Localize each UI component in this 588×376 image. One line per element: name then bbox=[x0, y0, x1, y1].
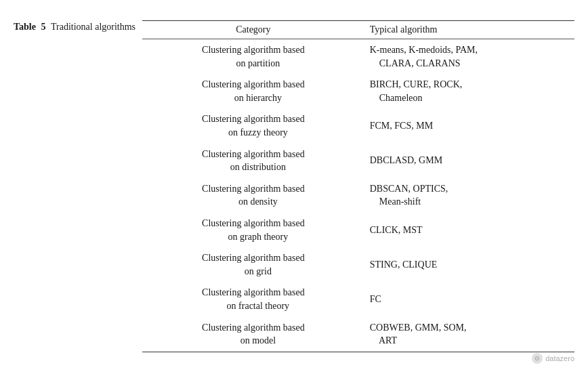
watermark-icon: ⊙ bbox=[532, 353, 543, 364]
algorithm-cell-4: DBSCAN, OPTICS, Mean-shift bbox=[367, 178, 574, 213]
table-row: Clustering algorithm based on fuzzy theo… bbox=[142, 108, 574, 143]
table-row: Clustering algorithm based on densityDBS… bbox=[142, 178, 574, 213]
table-label: Table 5 Traditional algorithms bbox=[14, 20, 142, 33]
algorithm-cell-1: BIRCH, CURE, ROCK, Chameleon bbox=[367, 74, 574, 108]
table-header-row: Category Typical algorithm bbox=[142, 21, 574, 39]
table-row: Clustering algorithm based on modelCOBWE… bbox=[142, 317, 574, 352]
watermark-text: datazero bbox=[545, 354, 574, 362]
algorithm-cell-0: K-means, K-medoids, PAM, CLARA, CLARANS bbox=[367, 39, 574, 75]
algorithm-cell-6: STING, CLIQUE bbox=[367, 247, 574, 282]
algorithm-cell-8: COBWEB, GMM, SOM, ART bbox=[367, 317, 574, 352]
category-cell-0: Clustering algorithm based on partition bbox=[142, 39, 367, 75]
table-number: Table bbox=[14, 22, 36, 32]
category-cell-5: Clustering algorithm based on graph theo… bbox=[142, 213, 367, 247]
main-table: Category Typical algorithm Clustering al… bbox=[142, 20, 574, 352]
table-row: Clustering algorithm based on distributi… bbox=[142, 144, 574, 178]
table-row: Clustering algorithm based on gridSTING,… bbox=[142, 247, 574, 282]
category-cell-2: Clustering algorithm based on fuzzy theo… bbox=[142, 108, 367, 143]
header-algorithm: Typical algorithm bbox=[367, 21, 574, 39]
category-cell-8: Clustering algorithm based on model bbox=[142, 317, 367, 352]
category-cell-1: Clustering algorithm based on hierarchy bbox=[142, 74, 367, 108]
table-row: Clustering algorithm based on partitionK… bbox=[142, 39, 574, 75]
header-category: Category bbox=[142, 21, 367, 39]
algorithm-cell-3: DBCLASD, GMM bbox=[367, 144, 574, 178]
table-row: Clustering algorithm based on hierarchyB… bbox=[142, 74, 574, 108]
page-container: Table 5 Traditional algorithms Category … bbox=[14, 20, 574, 352]
table-number-value: 5 bbox=[41, 22, 45, 32]
watermark: ⊙ datazero bbox=[532, 353, 574, 364]
algorithm-cell-7: FC bbox=[367, 282, 574, 316]
table-row: Clustering algorithm based on graph theo… bbox=[142, 213, 574, 247]
category-cell-4: Clustering algorithm based on density bbox=[142, 178, 367, 213]
algorithm-cell-2: FCM, FCS, MM bbox=[367, 108, 574, 143]
category-cell-3: Clustering algorithm based on distributi… bbox=[142, 144, 367, 178]
category-cell-6: Clustering algorithm based on grid bbox=[142, 247, 367, 282]
algorithm-cell-5: CLICK, MST bbox=[367, 213, 574, 247]
category-cell-7: Clustering algorithm based on fractal th… bbox=[142, 282, 367, 316]
table-row: Clustering algorithm based on fractal th… bbox=[142, 282, 574, 316]
table-wrapper: Category Typical algorithm Clustering al… bbox=[142, 20, 574, 352]
table-title: Traditional algorithms bbox=[51, 22, 135, 32]
